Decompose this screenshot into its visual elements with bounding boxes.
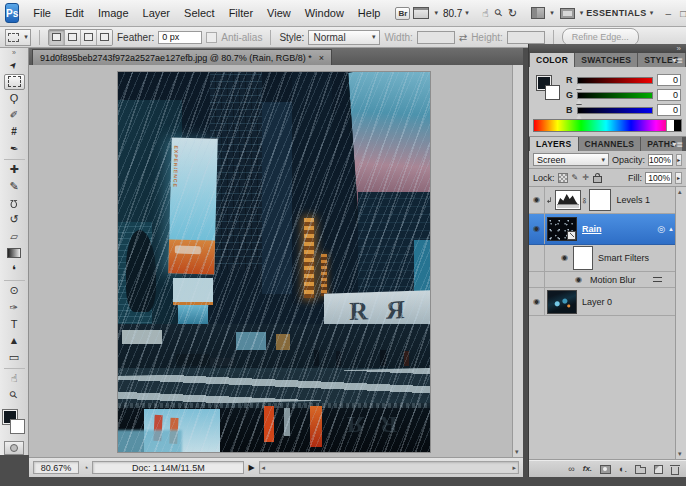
layer-row-smart-filters[interactable]: ◉ Smart Filters	[529, 245, 675, 272]
lock-all-icon[interactable]	[593, 176, 602, 183]
eye-icon[interactable]: ◉	[533, 298, 540, 306]
layer-row-layer-0[interactable]: ◉ Layer 0	[529, 288, 675, 316]
link-layers-icon[interactable]: ∞	[568, 465, 574, 474]
layer-name[interactable]: Smart Filters	[598, 253, 649, 263]
layer-name[interactable]: Motion Blur	[590, 275, 636, 285]
layer-name[interactable]: Rain	[582, 224, 602, 234]
green-value-field[interactable]: 0	[657, 89, 681, 101]
eye-icon[interactable]: ◉	[533, 225, 540, 233]
dock-collapse-bar[interactable]	[529, 44, 686, 53]
brush-tool[interactable]: ✎	[4, 178, 25, 195]
color-spectrum-ramp[interactable]	[533, 119, 682, 132]
lock-transparency-icon[interactable]	[558, 173, 568, 183]
visibility-gutter[interactable]	[529, 245, 545, 271]
menu-layer[interactable]: Layer	[136, 7, 178, 19]
visibility-gutter[interactable]	[529, 272, 545, 287]
document-tab[interactable]: 91d0f895beb2743f972a2527ae127efb.jpg @ 8…	[32, 49, 332, 65]
red-value-field[interactable]: 0	[657, 74, 681, 86]
opacity-field[interactable]: 100%	[648, 154, 673, 166]
dodge-tool[interactable]: ⊙	[4, 280, 25, 299]
feather-input[interactable]: 0 px	[158, 31, 202, 44]
panel-menu-icon[interactable]: ▾≣	[672, 56, 683, 65]
layer-name[interactable]: Layer 0	[582, 297, 612, 307]
view-extras-button[interactable]	[410, 6, 441, 20]
restore-button[interactable]: □	[680, 8, 686, 19]
delete-layer-icon[interactable]	[671, 467, 679, 475]
menu-select[interactable]: Select	[177, 7, 222, 19]
gradient-tool[interactable]	[4, 245, 25, 262]
menu-view[interactable]: View	[260, 7, 298, 19]
new-group-icon[interactable]	[635, 467, 646, 474]
blue-slider[interactable]	[577, 107, 653, 114]
zoom-level-field[interactable]: 80.7	[441, 7, 471, 20]
tab-channels[interactable]: CHANNELS	[579, 137, 641, 151]
type-tool[interactable]: T	[4, 316, 25, 333]
eyedropper-tool[interactable]: ✒	[4, 141, 25, 158]
photoshop-logo[interactable]: Ps	[5, 3, 19, 23]
layers-scrollbar[interactable]	[675, 187, 686, 459]
eraser-tool[interactable]: ▱	[4, 228, 25, 245]
blue-slider-marker[interactable]	[576, 114, 582, 119]
status-menu-arrow-icon[interactable]: ▶	[248, 463, 254, 472]
menu-filter[interactable]: Filter	[222, 7, 260, 19]
red-slider[interactable]	[577, 77, 653, 84]
menu-edit[interactable]: Edit	[58, 7, 91, 19]
lock-position-icon[interactable]: ✛	[582, 174, 589, 182]
menu-help[interactable]: Help	[351, 7, 388, 19]
lock-pixels-icon[interactable]: ✎	[572, 174, 579, 182]
subtract-from-selection-button[interactable]	[81, 30, 97, 45]
menu-window[interactable]: Window	[298, 7, 351, 19]
add-layer-mask-icon[interactable]	[600, 465, 611, 474]
green-slider[interactable]	[577, 92, 653, 99]
height-input[interactable]	[507, 31, 545, 44]
lasso-tool[interactable]: Ϙ	[4, 90, 25, 107]
eye-icon[interactable]: ◉	[561, 254, 568, 262]
menu-image[interactable]: Image	[91, 7, 136, 19]
smart-filter-icon[interactable]: ◎	[657, 225, 665, 234]
layer-row-rain[interactable]: ◉ Rain ◎ ▲	[529, 214, 675, 245]
smart-filter-mask-thumbnail[interactable]	[573, 246, 593, 270]
rain-layer-thumbnail[interactable]	[547, 217, 577, 241]
visibility-gutter[interactable]: ◉	[529, 187, 545, 213]
spectrum-black-swatch[interactable]	[674, 120, 681, 131]
layer-style-fx-icon[interactable]: fx.	[583, 465, 592, 473]
opacity-arrow-icon[interactable]: ▸	[676, 154, 682, 166]
green-slider-marker[interactable]	[576, 99, 582, 104]
new-layer-icon[interactable]	[654, 465, 663, 474]
filter-blending-options-icon[interactable]	[653, 276, 662, 283]
document-close-icon[interactable]: ×	[319, 53, 324, 63]
arrange-documents-button[interactable]	[528, 6, 557, 20]
rotate-view-button[interactable]: ↻	[505, 7, 520, 20]
vertical-scrollbar[interactable]	[512, 65, 523, 457]
quick-mask-button[interactable]	[4, 441, 24, 455]
levels-adjustment-thumbnail[interactable]	[555, 190, 581, 210]
layer-name[interactable]: Levels 1	[616, 195, 650, 205]
blue-value-field[interactable]: 0	[657, 104, 681, 116]
new-selection-button[interactable]	[49, 30, 65, 45]
canvas-image[interactable]: EXPERIENCE R Я	[118, 72, 430, 452]
move-tool[interactable]: ➤	[4, 57, 25, 74]
fill-arrow-icon[interactable]: ▸	[675, 172, 682, 184]
style-select[interactable]: Normal	[308, 30, 380, 45]
zoom-tool-button[interactable]: ⚲	[492, 7, 505, 19]
toolbox-grip[interactable]: »	[12, 49, 16, 57]
quick-selection-tool[interactable]: ✐	[4, 107, 25, 124]
visibility-gutter[interactable]: ◉	[529, 288, 545, 315]
width-input[interactable]	[417, 31, 455, 44]
background-color-swatch[interactable]	[10, 419, 25, 434]
fill-field[interactable]: 100%	[645, 172, 672, 184]
path-selection-tool[interactable]: ▶	[4, 333, 25, 350]
zoom-tool[interactable]: ⚲	[4, 387, 25, 404]
eye-icon[interactable]: ◉	[533, 196, 540, 204]
workspace-switcher[interactable]: ESSENTIALS	[586, 8, 653, 18]
panel-menu-icon[interactable]: ▾≣	[672, 140, 683, 149]
rectangular-marquee-tool[interactable]	[4, 74, 25, 91]
launch-bridge-button[interactable]: Br	[395, 7, 410, 20]
swap-dimensions-icon[interactable]: ⇄	[459, 32, 467, 43]
anti-alias-checkbox[interactable]	[206, 32, 217, 43]
layer-mask-thumbnail[interactable]	[589, 189, 611, 211]
smart-filter-expand-icon[interactable]: ▲	[668, 226, 674, 232]
status-doc-size[interactable]: Doc: 1.14M/11.5M	[92, 461, 244, 474]
clone-stamp-tool[interactable]: Ω	[4, 195, 25, 212]
new-adjustment-layer-icon[interactable]: ◐.	[619, 465, 627, 474]
